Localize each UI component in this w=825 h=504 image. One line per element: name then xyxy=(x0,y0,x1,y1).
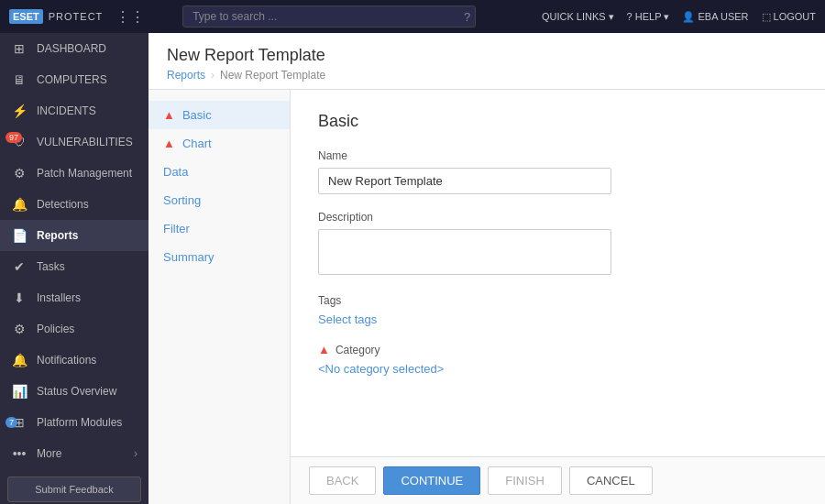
topbar-actions: QUICK LINKS ▾ ? HELP ▾ 👤 EBA USER ⬚ LOGO… xyxy=(542,11,816,23)
search-input[interactable] xyxy=(182,5,476,27)
step-basic-label: Basic xyxy=(182,108,212,122)
form-section-title: Basic xyxy=(318,112,798,131)
logo-protect: PROTECT xyxy=(49,11,104,22)
no-category-button[interactable]: <No category selected> xyxy=(318,362,444,376)
sidebar-item-label: More xyxy=(37,447,61,460)
name-group: Name xyxy=(318,149,798,194)
name-input[interactable] xyxy=(318,168,611,194)
sidebar-item-status[interactable]: 📊 Status Overview xyxy=(0,376,148,407)
topbar: ESET PROTECT ⋮⋮ ? QUICK LINKS ▾ ? HELP ▾… xyxy=(0,0,825,33)
continue-button[interactable]: CONTINUE xyxy=(383,466,480,495)
select-tags-button[interactable]: Select tags xyxy=(318,312,377,326)
name-label: Name xyxy=(318,149,798,162)
sidebar-item-notifications[interactable]: 🔔 Notifications xyxy=(0,345,148,376)
step-summary[interactable]: Summary xyxy=(148,243,290,271)
computers-icon: 🖥 xyxy=(11,72,28,87)
breadcrumb-current: New Report Template xyxy=(220,69,325,82)
warning-icon: ▲ xyxy=(318,343,330,356)
form-layout: ▲ Basic ▲ Chart Data Sorting Filter Summ xyxy=(148,90,825,504)
category-row: ▲ Category xyxy=(318,343,798,356)
sidebar-item-label: Policies xyxy=(37,323,74,335)
logout-button[interactable]: ⬚ LOGOUT xyxy=(762,11,816,23)
search-icon: ? xyxy=(464,10,470,24)
sidebar-item-label: VULNERABILITIES xyxy=(37,136,133,148)
detections-icon: 🔔 xyxy=(11,197,28,212)
vulnerabilities-badge: 97 xyxy=(6,132,22,143)
form-content: Basic Name Description Tags Select tags xyxy=(291,90,825,456)
step-chart-label: Chart xyxy=(182,137,212,150)
platform-badge: 7 xyxy=(6,417,17,428)
quick-links-button[interactable]: QUICK LINKS ▾ xyxy=(542,11,614,23)
breadcrumb-parent[interactable]: Reports xyxy=(167,69,205,82)
more-icon: ••• xyxy=(11,446,28,461)
tags-label: Tags xyxy=(318,294,798,307)
description-label: Description xyxy=(318,211,798,224)
user-button[interactable]: 👤 EBA USER xyxy=(682,11,748,23)
category-group: ▲ Category <No category selected> xyxy=(318,343,798,376)
logo: ESET PROTECT xyxy=(9,9,103,24)
notifications-icon: 🔔 xyxy=(11,353,28,367)
step-basic[interactable]: ▲ Basic xyxy=(148,101,290,129)
sidebar-item-patch[interactable]: ⚙ Patch Management xyxy=(0,158,148,189)
sidebar-item-vulnerabilities[interactable]: 97 🛡 VULNERABILITIES xyxy=(0,126,148,158)
page-header: New Report Template Reports › New Report… xyxy=(148,33,825,90)
sidebar-item-dashboard[interactable]: ⊞ DASHBOARD xyxy=(0,33,148,64)
page-title: New Report Template xyxy=(167,46,807,65)
sidebar-item-incidents[interactable]: ⚡ INCIDENTS xyxy=(0,95,148,126)
step-filter-label: Filter xyxy=(163,222,190,236)
warning-icon: ▲ xyxy=(163,137,175,150)
chevron-down-icon: ▾ xyxy=(664,11,669,23)
sidebar-item-more[interactable]: ••• More › xyxy=(0,438,148,469)
sidebar-item-label: Notifications xyxy=(37,354,96,367)
sidebar-item-label: Tasks xyxy=(37,260,65,273)
grid-icon[interactable]: ⋮⋮ xyxy=(116,8,145,26)
reports-icon: 📄 xyxy=(11,228,28,243)
description-input[interactable] xyxy=(318,229,611,275)
sidebar-item-label: DASHBOARD xyxy=(37,42,106,55)
sidebar-item-tasks[interactable]: ✔ Tasks xyxy=(0,251,148,282)
sidebar-item-label: Platform Modules xyxy=(37,416,122,429)
back-button[interactable]: BACK xyxy=(309,466,376,495)
step-summary-label: Summary xyxy=(163,250,214,264)
steps-nav: ▲ Basic ▲ Chart Data Sorting Filter Summ xyxy=(148,90,291,504)
category-label: Category xyxy=(336,344,380,356)
step-sorting-label: Sorting xyxy=(163,193,201,207)
sidebar: ⊞ DASHBOARD 🖥 COMPUTERS ⚡ INCIDENTS 97 🛡… xyxy=(0,33,148,504)
logo-eset: ESET xyxy=(9,9,43,24)
help-icon: ? xyxy=(627,11,632,22)
submit-feedback-button[interactable]: Submit Feedback xyxy=(7,477,141,502)
sidebar-item-label: Patch Management xyxy=(37,167,132,180)
step-sorting[interactable]: Sorting xyxy=(148,186,290,214)
step-chart[interactable]: ▲ Chart xyxy=(148,129,290,158)
dashboard-icon: ⊞ xyxy=(11,41,28,56)
sidebar-item-installers[interactable]: ⬇ Installers xyxy=(0,282,148,313)
sidebar-item-detections[interactable]: 🔔 Detections xyxy=(0,189,148,220)
sidebar-item-label: Reports xyxy=(37,229,78,242)
sidebar-item-label: COMPUTERS xyxy=(37,73,107,86)
sidebar-item-reports[interactable]: 📄 Reports xyxy=(0,220,148,251)
sidebar-item-label: Installers xyxy=(37,291,81,304)
step-data[interactable]: Data xyxy=(148,158,290,186)
sidebar-item-label: INCIDENTS xyxy=(37,104,96,117)
patch-icon: ⚙ xyxy=(11,166,28,181)
user-icon: 👤 xyxy=(682,11,695,23)
status-icon: 📊 xyxy=(11,384,28,399)
sidebar-item-platform[interactable]: 7 ⊞ Platform Modules xyxy=(0,407,148,438)
chevron-down-icon: ▾ xyxy=(609,11,614,23)
search-container: ? xyxy=(182,5,476,27)
warning-icon: ▲ xyxy=(163,108,175,122)
incidents-icon: ⚡ xyxy=(11,104,28,118)
sidebar-item-policies[interactable]: ⚙ Policies xyxy=(0,313,148,345)
step-data-label: Data xyxy=(163,165,188,179)
sidebar-item-computers[interactable]: 🖥 COMPUTERS xyxy=(0,64,148,95)
policies-icon: ⚙ xyxy=(11,322,28,336)
help-button[interactable]: ? HELP ▾ xyxy=(627,11,670,23)
step-filter[interactable]: Filter xyxy=(148,214,290,243)
finish-button[interactable]: FINISH xyxy=(488,466,562,495)
chevron-right-icon: › xyxy=(134,447,138,460)
breadcrumb-separator: › xyxy=(211,69,214,82)
tasks-icon: ✔ xyxy=(11,259,28,274)
content-area: New Report Template Reports › New Report… xyxy=(148,33,825,504)
cancel-button[interactable]: CANCEL xyxy=(569,466,653,495)
form-footer: BACK CONTINUE FINISH CANCEL xyxy=(291,456,825,504)
